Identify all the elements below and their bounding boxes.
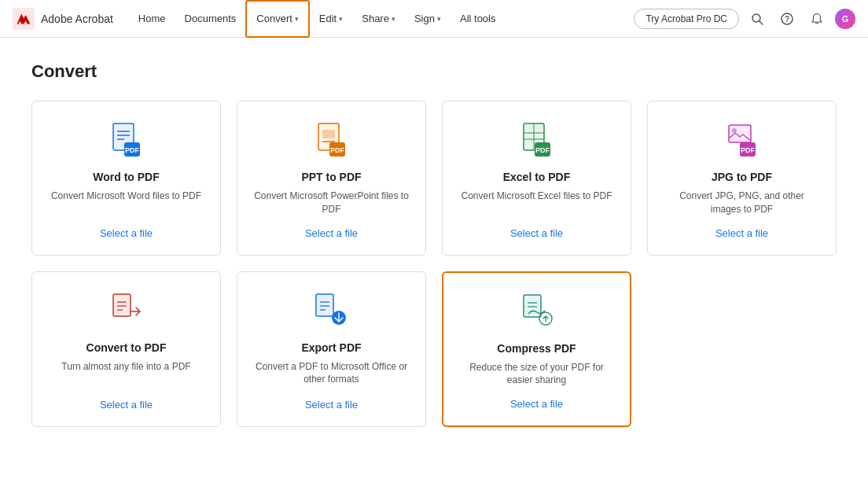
- jpg-to-pdf-card[interactable]: PDF JPG to PDF Convert JPG, PNG, and oth…: [647, 101, 837, 256]
- svg-text:PDF: PDF: [741, 146, 756, 154]
- try-acrobat-button[interactable]: Try Acrobat Pro DC: [634, 9, 739, 29]
- word-to-pdf-card[interactable]: PDF Word to PDF Convert Microsoft Word f…: [31, 101, 221, 256]
- logo: Adobe Acrobat: [13, 8, 113, 30]
- word-to-pdf-desc: Convert Microsoft Word files to PDF: [51, 190, 201, 216]
- edit-chevron-icon: ▾: [339, 15, 343, 23]
- nav-edit[interactable]: Edit ▾: [310, 0, 352, 38]
- export-pdf-desc: Convert a PDF to Microsoft Office or oth…: [253, 360, 410, 389]
- word-to-pdf-title: Word to PDF: [93, 171, 160, 183]
- excel-to-pdf-card[interactable]: PDF Excel to PDF Convert Microsoft Excel…: [442, 101, 631, 256]
- export-pdf-link[interactable]: Select a file: [305, 399, 358, 411]
- main-content: Convert PDF Word to PDF Convert Microsof…: [0, 38, 868, 490]
- help-button[interactable]: ?: [775, 7, 799, 31]
- svg-rect-26: [113, 294, 131, 316]
- nav-right: Try Acrobat Pro DC ? G: [634, 7, 855, 31]
- share-chevron-icon: ▾: [392, 15, 395, 23]
- ppt-to-pdf-title: PPT to PDF: [301, 171, 361, 183]
- navbar: Adobe Acrobat Home Documents Convert ▾ E…: [0, 0, 868, 38]
- nav-links: Home Documents Convert ▾ Edit ▾ Share ▾ …: [129, 0, 631, 38]
- word-to-pdf-icon: PDF: [107, 120, 146, 160]
- cards-row2: Convert to PDF Turn almost any file into…: [31, 271, 837, 428]
- svg-rect-30: [316, 294, 333, 316]
- jpg-to-pdf-link[interactable]: Select a file: [715, 227, 768, 239]
- convert-to-pdf-card[interactable]: Convert to PDF Turn almost any file into…: [31, 271, 221, 428]
- convert-chevron-icon: ▾: [295, 15, 299, 23]
- nav-convert[interactable]: Convert ▾: [245, 0, 310, 38]
- jpg-to-pdf-desc: Convert JPG, PNG, and other images to PD…: [664, 190, 820, 216]
- ppt-to-pdf-card[interactable]: PDF PPT to PDF Convert Microsoft PowerPo…: [237, 101, 426, 256]
- convert-to-pdf-desc: Turn almost any file into a PDF: [61, 360, 190, 389]
- jpg-to-pdf-icon: PDF: [723, 120, 762, 160]
- svg-text:PDF: PDF: [330, 146, 345, 154]
- nav-share[interactable]: Share ▾: [352, 0, 405, 38]
- avatar[interactable]: G: [835, 9, 855, 29]
- svg-text:PDF: PDF: [535, 146, 550, 154]
- logo-text: Adobe Acrobat: [41, 13, 113, 25]
- svg-point-23: [732, 128, 737, 133]
- export-pdf-title: Export PDF: [301, 341, 361, 354]
- nav-all-tools[interactable]: All tools: [451, 0, 506, 38]
- ppt-to-pdf-link[interactable]: Select a file: [305, 227, 358, 239]
- ppt-to-pdf-desc: Convert Microsoft PowerPoint files to PD…: [253, 190, 410, 216]
- empty-cell: [647, 271, 837, 428]
- ppt-to-pdf-icon: PDF: [312, 120, 351, 160]
- excel-to-pdf-desc: Convert Microsoft Excel files to PDF: [461, 190, 612, 216]
- search-icon: [751, 13, 763, 25]
- convert-to-pdf-link[interactable]: Select a file: [100, 399, 153, 411]
- jpg-to-pdf-title: JPG to PDF: [712, 171, 772, 183]
- svg-rect-22: [729, 125, 751, 142]
- convert-to-pdf-icon: [107, 291, 146, 330]
- search-button[interactable]: [745, 7, 769, 31]
- export-pdf-icon: [312, 291, 351, 330]
- compress-pdf-title: Compress PDF: [497, 342, 576, 355]
- page-title: Convert: [31, 61, 837, 82]
- svg-line-2: [760, 21, 763, 24]
- bell-icon: [811, 13, 823, 25]
- svg-text:?: ?: [785, 15, 789, 24]
- svg-rect-12: [322, 130, 335, 138]
- compress-pdf-desc: Reduce the size of your PDF for easier s…: [459, 361, 614, 388]
- word-to-pdf-link[interactable]: Select a file: [100, 227, 153, 239]
- export-pdf-card[interactable]: Export PDF Convert a PDF to Microsoft Of…: [237, 271, 426, 428]
- compress-pdf-icon: [517, 292, 557, 331]
- excel-to-pdf-icon: PDF: [517, 120, 557, 160]
- help-icon: ?: [781, 13, 793, 25]
- nav-sign[interactable]: Sign ▾: [405, 0, 451, 38]
- adobe-logo-icon: [13, 8, 35, 30]
- svg-text:PDF: PDF: [125, 146, 140, 154]
- sign-chevron-icon: ▾: [437, 15, 441, 23]
- cards-row1: PDF Word to PDF Convert Microsoft Word f…: [31, 101, 837, 256]
- excel-to-pdf-link[interactable]: Select a file: [510, 227, 563, 239]
- convert-to-pdf-title: Convert to PDF: [86, 341, 167, 354]
- excel-to-pdf-title: Excel to PDF: [503, 171, 571, 183]
- compress-pdf-card[interactable]: Compress PDF Reduce the size of your PDF…: [442, 271, 631, 428]
- notifications-button[interactable]: [805, 7, 829, 31]
- nav-documents[interactable]: Documents: [175, 0, 246, 38]
- compress-pdf-link[interactable]: Select a file: [510, 398, 563, 410]
- nav-home[interactable]: Home: [129, 0, 175, 38]
